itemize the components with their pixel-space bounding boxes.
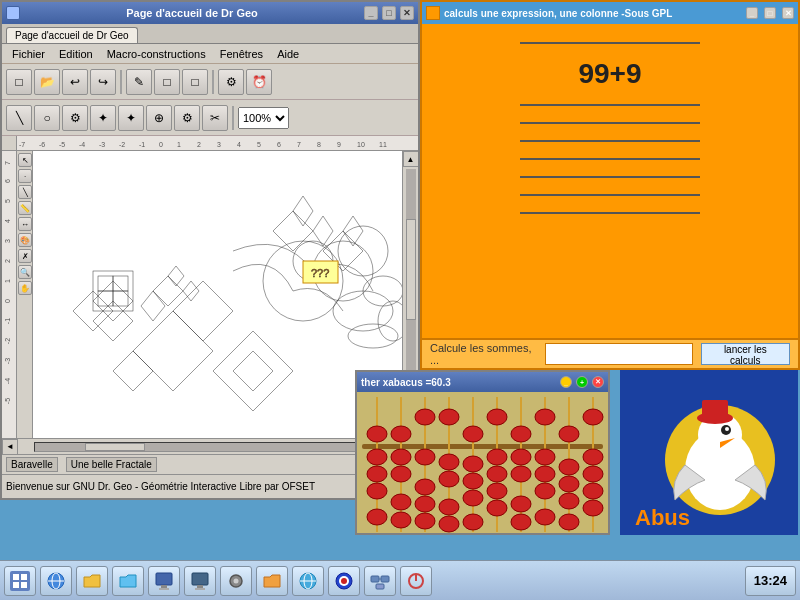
draw-tool7[interactable]: ⚙ <box>174 105 200 131</box>
scroll-up-button[interactable]: ▲ <box>403 151 419 167</box>
draw-tool8[interactable]: ✂ <box>202 105 228 131</box>
svg-point-92 <box>439 516 459 532</box>
svg-text:1: 1 <box>177 141 181 148</box>
svg-point-111 <box>559 493 579 509</box>
taskbar-btn-gear[interactable] <box>220 566 252 596</box>
svg-text:3: 3 <box>217 141 221 148</box>
tool-measure[interactable]: 📏 <box>18 201 32 215</box>
svg-text:-4: -4 <box>79 141 85 148</box>
xabacus-window: ther xabacus =60.3 _ + ✕ <box>355 370 610 535</box>
drgeo-canvas[interactable]: A B ??? <box>33 151 402 438</box>
redo-button[interactable]: ↪ <box>90 69 116 95</box>
svg-marker-34 <box>113 351 153 391</box>
svg-text:7: 7 <box>4 161 11 165</box>
tool-point[interactable]: · <box>18 169 32 183</box>
launch-button[interactable]: lancer les calculs <box>701 343 790 365</box>
taskbar-btn-globe2[interactable] <box>292 566 324 596</box>
svg-text:5: 5 <box>4 199 11 203</box>
math-window: calculs une expression, une colonne -Sou… <box>420 0 800 370</box>
tool-hand[interactable]: ✋ <box>18 281 32 295</box>
taskbar-btn-globe[interactable] <box>40 566 72 596</box>
svg-point-102 <box>511 466 531 482</box>
tool-zoom[interactable]: 🔍 <box>18 265 32 279</box>
scroll-thumb-h[interactable] <box>85 443 145 451</box>
svg-point-74 <box>535 409 555 425</box>
svg-point-116 <box>583 500 603 516</box>
tool-color[interactable]: 🎨 <box>18 233 32 247</box>
svg-rect-129 <box>21 574 27 580</box>
status-baravelle: Baravelle <box>6 457 58 472</box>
drgeo-tabbar: Page d'accueil de Dr Geo <box>2 24 418 44</box>
close-button[interactable]: ✕ <box>400 6 414 20</box>
math-close[interactable]: ✕ <box>782 7 794 19</box>
svg-point-112 <box>559 514 579 530</box>
tool-transform[interactable]: ↔ <box>18 217 32 231</box>
xabacus-titlebar: ther xabacus =60.3 _ + ✕ <box>357 372 608 392</box>
draw-tool4[interactable]: ✦ <box>90 105 116 131</box>
menu-fichier[interactable]: Fichier <box>6 46 51 62</box>
taskbar-btn-folder2[interactable] <box>112 566 144 596</box>
menu-fenetres[interactable]: Fenêtres <box>214 46 269 62</box>
svg-text:4: 4 <box>4 219 11 223</box>
menu-edition[interactable]: Edition <box>53 46 99 62</box>
svg-text:2: 2 <box>197 141 201 148</box>
taskbar-btn-flag[interactable] <box>328 566 360 596</box>
taskbar-btn-folder3[interactable] <box>256 566 288 596</box>
zoom-select[interactable]: 100% 75% 125% 150% <box>238 107 289 129</box>
open-button[interactable]: 📂 <box>34 69 60 95</box>
drgeo-tab-main[interactable]: Page d'accueil de Dr Geo <box>6 27 138 43</box>
settings-button[interactable]: ⚙ <box>218 69 244 95</box>
menu-aide[interactable]: Aide <box>271 46 305 62</box>
draw-tool3[interactable]: ⚙ <box>62 105 88 131</box>
timer-button[interactable]: ⏰ <box>246 69 272 95</box>
menu-macro[interactable]: Macro-constructions <box>101 46 212 62</box>
taskbar-btn-power[interactable] <box>400 566 432 596</box>
save-button[interactable]: □ <box>154 69 180 95</box>
svg-point-107 <box>535 483 555 499</box>
toolbar2-sep <box>232 106 234 130</box>
scroll-thumb-v[interactable] <box>406 219 416 319</box>
math-line-2 <box>520 122 700 124</box>
xabacus-close[interactable]: ✕ <box>592 376 604 388</box>
minimize-button[interactable]: _ <box>364 6 378 20</box>
xabacus-maximize[interactable]: + <box>576 376 588 388</box>
abacus-logo: Abus <box>620 370 798 535</box>
math-input-label: Calcule les sommes, ... <box>430 342 537 366</box>
left-tool-panel: ↖ · ╲ 📏 ↔ 🎨 ✗ 🔍 ✋ <box>17 151 33 438</box>
maximize-button[interactable]: □ <box>382 6 396 20</box>
math-title: calculs une expression, une colonne -Sou… <box>444 8 742 19</box>
copy-button[interactable]: □ <box>182 69 208 95</box>
svg-text:5: 5 <box>257 141 261 148</box>
svg-rect-125 <box>702 400 728 420</box>
tool-arrow[interactable]: ↖ <box>18 153 32 167</box>
taskbar-btn-monitor2[interactable] <box>184 566 216 596</box>
svg-text:6: 6 <box>4 179 11 183</box>
svg-point-72 <box>487 409 507 425</box>
svg-point-73 <box>511 426 531 442</box>
undo-button[interactable]: ↩ <box>62 69 88 95</box>
math-input-field[interactable] <box>545 343 693 365</box>
taskbar-btn-monitor[interactable] <box>148 566 180 596</box>
svg-text:7: 7 <box>297 141 301 148</box>
draw-tool5[interactable]: ✦ <box>118 105 144 131</box>
taskbar-btn-folder1[interactable] <box>76 566 108 596</box>
start-button[interactable] <box>4 566 36 596</box>
scroll-left-button[interactable]: ◄ <box>2 439 18 455</box>
tool-erase[interactable]: ✗ <box>18 249 32 263</box>
svg-text:-7: -7 <box>19 141 25 148</box>
draw-line[interactable]: ╲ <box>6 105 32 131</box>
svg-rect-150 <box>381 576 389 582</box>
edit-button[interactable]: ✎ <box>126 69 152 95</box>
math-minimize[interactable]: _ <box>746 7 758 19</box>
draw-tool6[interactable]: ⊕ <box>146 105 172 131</box>
draw-circle[interactable]: ○ <box>34 105 60 131</box>
drgeo-app-icon <box>6 6 20 20</box>
tool-line2[interactable]: ╲ <box>18 185 32 199</box>
new-button[interactable]: □ <box>6 69 32 95</box>
taskbar-btn-network[interactable] <box>364 566 396 596</box>
xabacus-minimize[interactable]: _ <box>560 376 572 388</box>
math-maximize[interactable]: □ <box>764 7 776 19</box>
svg-point-80 <box>367 509 387 525</box>
xabacus-title: ther xabacus =60.3 <box>361 377 558 388</box>
svg-text:9: 9 <box>337 141 341 148</box>
